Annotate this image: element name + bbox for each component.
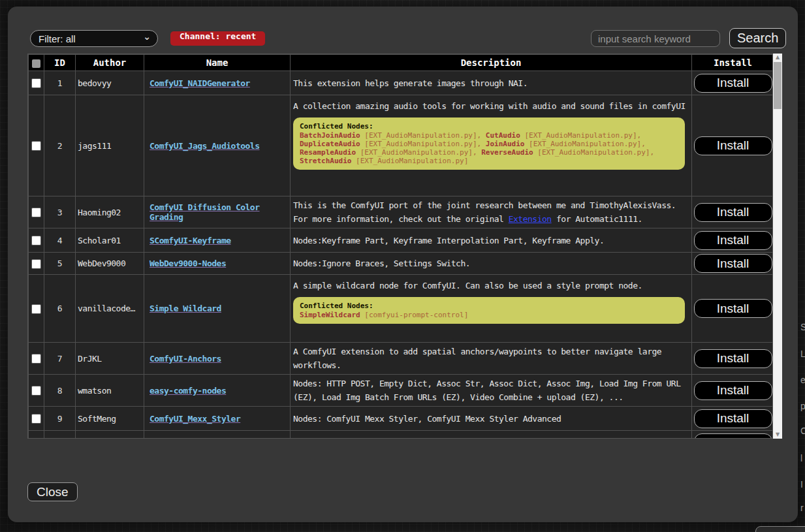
- table-row: 5 WebDev9000 WebDev9000-Nodes Nodes:Igno…: [29, 253, 774, 275]
- header-checkbox-cell: [29, 55, 44, 71]
- conflict-node-file: [EXT_AudioManipulation.py],: [533, 148, 654, 157]
- node-description: This is the ComfyUI port of the joint re…: [291, 196, 692, 228]
- node-name-link[interactable]: ComfyUI_Jags_Audiotools: [150, 141, 260, 151]
- conflict-node-name: DuplicateAudio: [300, 140, 360, 148]
- row-checkbox[interactable]: [31, 438, 41, 439]
- row-checkbox[interactable]: [31, 208, 41, 217]
- conflict-node-name: BatchJoinAudio: [300, 131, 360, 140]
- conflict-node-name: JoinAudio: [486, 140, 525, 148]
- install-button[interactable]: Install: [694, 381, 772, 400]
- conflict-list: SimpleWildcard [comfyui-prompt-control]: [300, 311, 678, 319]
- row-checkbox[interactable]: [31, 354, 41, 364]
- header-author: Author: [76, 55, 144, 71]
- install-button[interactable]: Install: [694, 74, 772, 93]
- conflict-node-name: CutAudio: [486, 131, 520, 140]
- extension-link[interactable]: Extension: [509, 214, 552, 224]
- row-checkbox[interactable]: [31, 414, 41, 424]
- node-id: 2: [44, 95, 76, 196]
- node-description: Nodes:Keyframe Part, Keyframe Interpolat…: [291, 228, 692, 253]
- node-description: Nodes: ComfyUI Mexx Styler, ComfyUI Mexx…: [291, 407, 692, 431]
- header-install: Install: [692, 55, 774, 71]
- row-checkbox[interactable]: [31, 236, 41, 245]
- header-name: Name: [144, 55, 291, 71]
- node-author: wmatson: [76, 375, 144, 407]
- edge-text-fragment: l: [800, 453, 805, 463]
- install-button[interactable]: Install: [694, 433, 772, 439]
- header-id: ID: [44, 55, 76, 71]
- row-checkbox[interactable]: [31, 386, 41, 396]
- conflict-node-file: [EXT_AudioManipulation.py]: [351, 157, 468, 165]
- description-text: A collection amazing audio tools for wor…: [293, 101, 686, 111]
- node-name-link[interactable]: Simple Wildcard: [150, 304, 221, 313]
- edge-text-fragment: e: [800, 375, 805, 385]
- comfyui-canvas-background: S L e p C l I r Filter: all ⌄ Channel: r…: [0, 0, 805, 532]
- node-name-link[interactable]: ComfyUI-Anchors: [150, 354, 221, 364]
- edge-text-fragment: L: [800, 349, 805, 359]
- node-description: A collection amazing audio tools for wor…: [291, 95, 692, 196]
- node-name-link[interactable]: SComfyUI-Keyframe: [150, 236, 231, 245]
- description-text: A simple wildcard node for ComfyUI. Can …: [293, 281, 642, 290]
- row-checkbox[interactable]: [31, 141, 41, 151]
- node-description: A simple wildcard node for ComfyUI. Can …: [291, 275, 692, 343]
- partially-visible-button[interactable]: [755, 526, 805, 532]
- conflict-node-file: [comfyui-prompt-control]: [360, 311, 469, 319]
- node-author: Haoming02: [76, 196, 144, 228]
- table-row: 1 bedovyy ComfyUI_NAIDGenerator This ext…: [29, 71, 774, 95]
- row-checkbox[interactable]: [31, 304, 41, 314]
- install-button[interactable]: Install: [694, 254, 772, 273]
- node-author: jags111: [76, 95, 144, 196]
- install-button[interactable]: Install: [694, 349, 772, 368]
- conflict-title: Conflicted Nodes:: [300, 302, 678, 310]
- description-text: for Automatic1111.: [552, 214, 642, 224]
- node-name-link[interactable]: WebDev9000-Nodes: [150, 258, 226, 268]
- search-input[interactable]: [591, 30, 720, 47]
- filter-select[interactable]: Filter: all: [30, 30, 158, 47]
- scroll-down-arrow-icon[interactable]: ▼: [773, 431, 782, 439]
- conflict-node-name: ReverseAudio: [481, 148, 533, 157]
- channel-badge: Channel: recent: [170, 31, 265, 46]
- row-checkbox[interactable]: [31, 78, 41, 88]
- install-button[interactable]: Install: [694, 409, 772, 428]
- conflict-title: Conflicted Nodes:: [300, 122, 678, 131]
- row-checkbox[interactable]: [31, 259, 41, 269]
- conflict-node-file: [EXT_AudioManipulation.py],: [520, 131, 641, 140]
- node-author: bedovyy: [76, 71, 144, 95]
- edge-text-fragment: I: [800, 479, 805, 490]
- search-button[interactable]: Search: [729, 28, 786, 48]
- node-id: 7: [44, 343, 76, 375]
- node-description: Nodes:Ignore Braces, Settings Switch.: [291, 253, 692, 275]
- custom-nodes-table: ID Author Name Description Install 1 bed…: [27, 54, 773, 439]
- table-row: 9 SoftMeng ComfyUI_Mexx_Styler Nodes: Co…: [29, 407, 774, 431]
- table-row: 2 jags111 ComfyUI_Jags_Audiotools A coll…: [29, 95, 774, 196]
- node-description: A ComfyUI extension to add spatial ancho…: [291, 343, 692, 375]
- conflict-node-file: [EXT_AudioManipulation.py],: [524, 140, 645, 148]
- install-button[interactable]: Install: [694, 299, 772, 318]
- conflict-list: BatchJoinAudio [EXT_AudioManipulation.py…: [300, 131, 678, 165]
- node-author: SoftMeng: [76, 407, 144, 431]
- table-row: 4 Scholar01 SComfyUI-Keyframe Nodes:Keyf…: [29, 228, 774, 253]
- node-id: 6: [44, 275, 76, 343]
- node-description: Nodes: HTTP POST, Empty Dict, Assoc Str,…: [291, 375, 692, 407]
- node-name-link[interactable]: ComfyUI Yolov8: [150, 438, 217, 439]
- scrollbar-thumb[interactable]: [774, 62, 781, 109]
- node-author: Scholar01: [76, 228, 144, 253]
- install-button[interactable]: Install: [694, 231, 772, 250]
- node-id: 3: [44, 196, 76, 228]
- scroll-up-arrow-icon[interactable]: ▲: [773, 54, 782, 61]
- close-button[interactable]: Close: [27, 482, 78, 501]
- node-description: This extension helps generate images thr…: [291, 71, 692, 95]
- install-button[interactable]: Install: [694, 203, 772, 222]
- node-author: zcfrank1st: [76, 431, 144, 439]
- edge-text-fragment: p: [800, 401, 805, 411]
- node-author: DrJKL: [76, 343, 144, 375]
- table-scrollbar[interactable]: ▲ ▼: [773, 54, 782, 439]
- install-button[interactable]: Install: [694, 136, 772, 155]
- table-row: 3 Haoming02 ComfyUI Diffusion Color Grad…: [29, 196, 774, 228]
- conflict-box: Conflicted Nodes: SimpleWildcard [comfyu…: [293, 297, 685, 324]
- node-name-link[interactable]: ComfyUI Diffusion Color Grading: [150, 202, 260, 222]
- node-name-link[interactable]: ComfyUI_NAIDGenerator: [150, 78, 250, 88]
- conflict-node-name: StretchAudio: [300, 157, 351, 165]
- node-name-link[interactable]: easy-comfy-nodes: [150, 386, 226, 396]
- node-name-link[interactable]: ComfyUI_Mexx_Styler: [150, 414, 240, 424]
- node-id: 5: [44, 253, 76, 275]
